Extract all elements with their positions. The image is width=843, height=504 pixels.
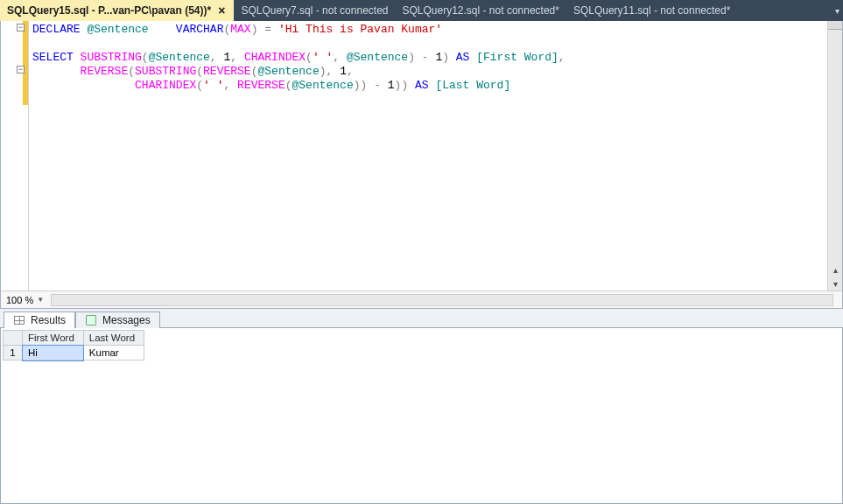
keyword: MAX <box>230 23 250 36</box>
grid-icon <box>13 314 25 326</box>
function: SUBSTRING <box>74 51 142 64</box>
change-marker <box>23 21 28 105</box>
zoom-dropdown-icon[interactable]: ▼ <box>37 296 44 304</box>
tab-sqlquery12[interactable]: SQLQuery12.sql - not connected* <box>395 0 566 21</box>
alias: [Last Word] <box>429 79 511 92</box>
function: REVERSE <box>237 79 285 92</box>
cell-first-word[interactable]: Hi <box>23 346 84 360</box>
column-header-first-word[interactable]: First Word <box>23 331 84 346</box>
keyword: VARCHAR <box>176 23 224 36</box>
operator: = <box>257 23 277 36</box>
zoom-bar: 100 % ▼ <box>1 290 842 308</box>
grid-corner[interactable] <box>4 331 23 346</box>
code-editor[interactable]: − − DECLARE @Sentence VARCHAR(MAX) = 'Hi… <box>1 21 842 290</box>
horizontal-scrollbar[interactable] <box>51 294 833 306</box>
fold-toggle[interactable]: − <box>17 66 25 74</box>
results-panel: First Word Last Word 1 Hi Kumar <box>0 328 843 504</box>
function: REVERSE <box>81 65 129 78</box>
results-tabbar: Results Messages <box>0 309 843 328</box>
tab-label: Results <box>31 314 66 326</box>
results-grid[interactable]: First Word Last Word 1 Hi Kumar <box>3 330 144 360</box>
table-row[interactable]: 1 Hi Kumar <box>4 346 144 360</box>
tab-label: SQLQuery11.sql - not connected* <box>573 4 730 17</box>
document-tabbar: SQLQuery15.sql - P...van-PC\pavan (54))*… <box>0 0 843 21</box>
keyword: SELECT <box>32 51 74 64</box>
row-number[interactable]: 1 <box>4 346 23 360</box>
tab-label: SQLQuery15.sql - P...van-PC\pavan (54))* <box>7 4 211 17</box>
string-literal: 'Hi This is Pavan Kumar' <box>278 23 442 36</box>
vertical-scrollbar[interactable]: ▴ ▾ <box>827 21 842 290</box>
fold-toggle[interactable]: − <box>17 24 25 32</box>
string-literal: ' ' <box>313 51 333 64</box>
tab-sqlquery11[interactable]: SQLQuery11.sql - not connected* <box>566 0 737 21</box>
zoom-level[interactable]: 100 % <box>6 295 33 305</box>
tab-label: SQLQuery12.sql - not connected* <box>402 4 558 17</box>
variable: @Sentence <box>347 51 408 64</box>
function: CHARINDEX <box>244 51 306 64</box>
messages-icon <box>85 314 97 326</box>
variable: @Sentence <box>292 79 354 92</box>
function: SUBSTRING <box>135 65 196 78</box>
function: CHARINDEX <box>135 79 196 92</box>
function: REVERSE <box>203 65 251 78</box>
alias: [First Word] <box>469 51 558 64</box>
editor-pane: − − DECLARE @Sentence VARCHAR(MAX) = 'Hi… <box>0 21 843 309</box>
scroll-up-icon[interactable]: ▴ <box>828 262 842 276</box>
tab-overflow-button[interactable]: ▾ <box>835 0 843 21</box>
close-icon[interactable]: × <box>216 4 227 17</box>
tab-label: Messages <box>102 314 151 326</box>
tab-messages[interactable]: Messages <box>75 312 160 328</box>
variable: @Sentence <box>81 23 176 36</box>
column-header-last-word[interactable]: Last Word <box>83 331 144 346</box>
variable: @Sentence <box>149 51 210 64</box>
tab-sqlquery7[interactable]: SQLQuery7.sql - not connected <box>234 0 395 21</box>
gutter: − − <box>1 21 29 290</box>
cell-last-word[interactable]: Kumar <box>83 346 144 360</box>
scroll-down-icon[interactable]: ▾ <box>828 276 842 290</box>
keyword: AS <box>408 79 428 92</box>
tab-sqlquery15[interactable]: SQLQuery15.sql - P...van-PC\pavan (54))*… <box>0 0 234 21</box>
tab-results[interactable]: Results <box>4 312 75 328</box>
splitter-handle[interactable] <box>828 21 842 30</box>
code-content[interactable]: DECLARE @Sentence VARCHAR(MAX) = 'Hi Thi… <box>29 21 827 290</box>
keyword: DECLARE <box>32 23 81 36</box>
keyword: AS <box>449 51 469 64</box>
string-literal: ' ' <box>203 79 223 92</box>
tab-label: SQLQuery7.sql - not connected <box>241 4 388 17</box>
variable: @Sentence <box>257 65 319 78</box>
